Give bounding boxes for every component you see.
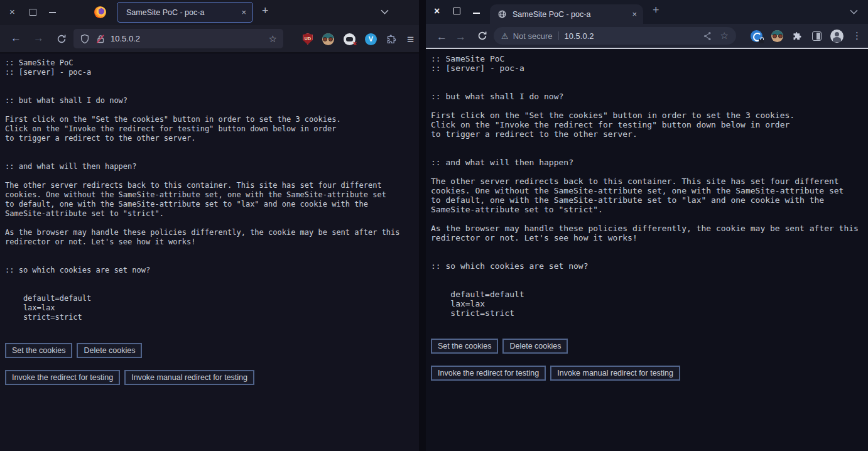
page-text: :: SameSite PoC :: [server] - poc-a :: b… (431, 54, 863, 318)
omnibox[interactable]: ⚠ Not secure 10.5.0.2 ☆ (494, 27, 736, 45)
back-button[interactable]: ← (437, 31, 447, 43)
bookmark-star-icon[interactable]: ☆ (269, 33, 277, 45)
new-tab-button[interactable]: + (262, 4, 269, 18)
share-icon[interactable] (703, 31, 712, 41)
firefox-logo-icon (94, 6, 106, 18)
profile-avatar[interactable] (830, 30, 844, 43)
invoke-redirect-button[interactable]: Invoke the redirect for testing (431, 366, 546, 381)
extensions-puzzle-icon[interactable] (386, 33, 398, 45)
privacy-mask-extension-icon[interactable]: × (344, 33, 355, 45)
window-close-button[interactable]: × (434, 5, 440, 18)
security-label[interactable]: Not secure (513, 31, 553, 41)
url-text[interactable]: 10.5.0.2 (565, 31, 703, 41)
privacy-lock-extension-icon[interactable] (751, 30, 762, 42)
omnibox-divider (558, 31, 559, 40)
window-maximize-button[interactable] (30, 9, 36, 16)
tab-close-icon[interactable]: × (236, 8, 246, 17)
chrome-menu-dots-icon[interactable]: ⋮ (852, 30, 862, 41)
bookmark-star-icon[interactable]: ☆ (720, 30, 729, 41)
new-tab-button[interactable]: + (653, 4, 659, 17)
browser-tab[interactable]: SameSite PoC - poc-a × (490, 4, 643, 24)
set-cookies-button[interactable]: Set the cookies (5, 343, 72, 358)
firefox-extension-area: UD × V ≡ (303, 25, 414, 53)
chrome-tabstrip: × SameSite PoC - poc-a × + (426, 0, 868, 24)
firefox-tabstrip: × SameSite PoC - poc-a × + (0, 0, 419, 25)
chrome-toolbar: ← → ⚠ Not secure 10.5.0.2 (426, 24, 868, 48)
page-text: :: SameSite PoC :: [server] - poc-a :: b… (5, 58, 414, 322)
chrome-extension-area: ⋮ (751, 24, 862, 48)
page-content: :: SameSite PoC :: [server] - poc-a :: b… (426, 49, 868, 451)
window-maximize-button[interactable] (453, 8, 460, 14)
app-menu-hamburger-icon[interactable]: ≡ (407, 33, 414, 45)
list-all-tabs-icon[interactable] (381, 9, 389, 14)
invoke-manual-redirect-button[interactable]: Invoke manual redirect for testing (550, 366, 680, 381)
reload-button[interactable] (57, 34, 67, 44)
delete-cookies-button[interactable]: Delete cookies (77, 343, 142, 358)
insecure-lock-icon[interactable] (95, 34, 106, 44)
window-close-button[interactable]: × (9, 6, 15, 18)
set-cookies-button[interactable]: Set the cookies (431, 339, 498, 354)
back-button[interactable]: ← (11, 32, 21, 45)
firefox-window: × SameSite PoC - poc-a × + ← → (0, 0, 419, 451)
browser-tab[interactable]: SameSite PoC - poc-a × (117, 2, 253, 23)
side-panel-icon[interactable] (812, 31, 822, 41)
invoke-redirect-button[interactable]: Invoke the redirect for testing (5, 370, 120, 385)
not-secure-warning-icon[interactable]: ⚠ (501, 31, 509, 41)
user-agent-spy-extension-icon[interactable] (771, 30, 783, 42)
url-bar[interactable]: 10.5.0.2 ☆ (73, 29, 283, 48)
tracking-protection-shield-icon[interactable] (80, 34, 90, 44)
invoke-manual-redirect-button[interactable]: Invoke manual redirect for testing (124, 370, 254, 385)
globe-favicon (497, 9, 507, 19)
user-agent-spy-extension-icon[interactable] (322, 33, 334, 45)
forward-button[interactable]: → (33, 32, 44, 45)
chrome-window: × SameSite PoC - poc-a × + (426, 0, 868, 451)
v-extension-icon[interactable]: V (365, 33, 377, 45)
reload-button[interactable] (477, 31, 487, 41)
tab-title: SameSite PoC - poc-a (126, 8, 236, 17)
window-minimize-button[interactable] (49, 12, 56, 13)
tab-search-chevron-icon[interactable] (850, 9, 858, 14)
firefox-toolbar: ← → (0, 25, 419, 53)
extensions-puzzle-icon[interactable] (792, 30, 803, 41)
tab-close-icon[interactable]: × (632, 9, 637, 19)
url-text[interactable]: 10.5.0.2 (111, 34, 269, 43)
ublock-shield-extension-icon[interactable]: UD (303, 33, 313, 45)
tab-title: SameSite PoC - poc-a (513, 10, 632, 19)
delete-cookies-button[interactable]: Delete cookies (502, 339, 568, 354)
desktop: × SameSite PoC - poc-a × + ← → (0, 0, 868, 451)
forward-button[interactable]: → (455, 31, 466, 43)
page-content: :: SameSite PoC :: [server] - poc-a :: b… (0, 53, 419, 451)
window-minimize-button[interactable] (473, 13, 480, 14)
